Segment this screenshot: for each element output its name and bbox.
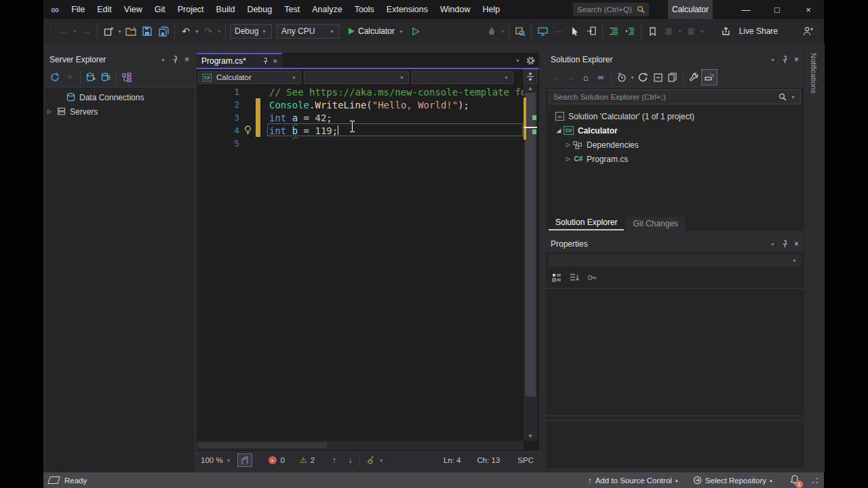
tab-solution-explorer[interactable]: Solution Explorer — [549, 216, 624, 230]
toolbar-grip[interactable]: ⋮ — [47, 27, 54, 36]
add-to-source-control-button[interactable]: ↑ Add to Source Control ▴ — [588, 476, 678, 485]
menu-build[interactable]: Build — [210, 0, 241, 19]
live-share-label[interactable]: Live Share — [739, 26, 778, 36]
close-icon[interactable]: × — [184, 55, 189, 64]
project-dropdown[interactable]: C# Calculator ▾ — [198, 71, 301, 84]
menu-test[interactable]: Test — [278, 0, 306, 19]
lightbulb-icon[interactable] — [243, 125, 252, 136]
line-indicator[interactable]: Ln: 4 — [443, 456, 461, 464]
menu-debug[interactable]: Debug — [241, 0, 278, 19]
window-position-icon[interactable]: ▾ — [770, 57, 776, 63]
pending-changes-filter-icon[interactable] — [614, 70, 629, 85]
refresh-icon[interactable] — [47, 70, 62, 85]
zoom-level[interactable]: 100 % — [201, 456, 223, 464]
expanded-chevron-icon[interactable]: ◢ — [554, 127, 564, 134]
code-cleanup-broom-icon[interactable] — [367, 455, 376, 465]
menu-help[interactable]: Help — [476, 0, 506, 19]
sql-server-object-explorer-icon[interactable] — [119, 70, 134, 85]
maximize-button[interactable]: □ — [762, 0, 793, 19]
object-selector-dropdown[interactable]: ▾ — [549, 254, 801, 266]
document-health-icon[interactable] — [237, 453, 252, 467]
show-all-files-icon[interactable] — [665, 70, 680, 85]
tree-item-program-cs[interactable]: ▷ C# Program.cs — [546, 152, 804, 166]
undo-icon[interactable]: ↶ — [178, 23, 194, 39]
split-window-handle[interactable] — [524, 69, 537, 84]
error-count[interactable]: 0 — [281, 456, 285, 464]
bookmark-icon[interactable] — [644, 23, 660, 39]
tab-program-cs[interactable]: Program.cs* × — [197, 53, 282, 68]
close-icon[interactable]: × — [794, 55, 799, 64]
menu-view[interactable]: View — [118, 0, 149, 19]
tree-item-project-calculator[interactable]: ◢ C# Calculator — [546, 123, 804, 138]
connect-to-database-icon[interactable] — [83, 70, 98, 85]
type-dropdown[interactable]: ▾ — [304, 71, 409, 84]
tab-git-changes[interactable]: Git Changes — [626, 217, 685, 230]
tree-item-servers[interactable]: ▷ Servers — [45, 104, 194, 119]
collapsed-chevron-icon[interactable]: ▷ — [564, 142, 573, 148]
collapse-all-icon[interactable] — [650, 70, 665, 85]
menu-analyze[interactable]: Analyze — [306, 0, 348, 19]
vertical-scrollbar[interactable]: ▲ ▼ — [524, 84, 537, 441]
minimize-button[interactable]: — — [730, 0, 762, 19]
notifications-tab[interactable]: Notifications — [810, 53, 818, 94]
select-repository-button[interactable]: Select Repository ▴ — [693, 476, 772, 485]
menu-extensions[interactable]: Extensions — [380, 0, 434, 19]
properties-wrench-icon[interactable] — [686, 70, 701, 85]
sync-with-active-document-icon[interactable] — [635, 70, 650, 85]
solution-configuration-dropdown[interactable]: Debug▾ — [230, 24, 272, 39]
resize-grip[interactable] — [812, 477, 818, 484]
pin-icon[interactable] — [782, 56, 788, 64]
close-button[interactable]: × — [793, 0, 824, 19]
menu-window[interactable]: Window — [434, 0, 476, 19]
tree-item-data-connections[interactable]: Data Connections — [45, 90, 194, 104]
column-indicator[interactable]: Ch: 13 — [477, 456, 500, 464]
background-tasks-icon[interactable] — [47, 476, 60, 484]
navigate-back-icon[interactable]: ← — [56, 23, 72, 39]
quick-search-input[interactable]: Search (Ctrl+Q) — [573, 3, 649, 16]
collapsed-chevron-icon[interactable]: ▷ — [564, 156, 573, 162]
property-pages-key-icon[interactable] — [584, 269, 600, 285]
open-folder-icon[interactable] — [123, 23, 139, 39]
back-icon[interactable]: ← — [549, 70, 564, 85]
previous-issue-icon[interactable]: ↑ — [332, 456, 336, 464]
solution-explorer-search-input[interactable]: Search Solution Explorer (Ctrl+;) ▾ — [549, 89, 801, 104]
cursor-select-icon[interactable] — [567, 23, 583, 39]
menu-file[interactable]: File — [65, 0, 91, 19]
tab-list-dropdown-icon[interactable]: ▾ — [515, 58, 521, 64]
switch-views-icon[interactable]: ∞ — [593, 70, 608, 85]
hot-reload-icon[interactable] — [484, 23, 500, 39]
add-user-icon[interactable] — [800, 23, 816, 39]
home-icon[interactable]: ⌂ — [578, 70, 593, 85]
new-project-icon[interactable] — [100, 23, 117, 39]
menu-tools[interactable]: Tools — [349, 0, 380, 19]
start-debugging-button[interactable]: Calculator ▾ — [345, 23, 408, 39]
pin-icon[interactable] — [262, 58, 269, 65]
attach-to-process-icon[interactable] — [583, 23, 599, 39]
tree-item-solution[interactable]: ∞ Solution 'Calculator' (1 of 1 project) — [546, 109, 804, 123]
window-position-icon[interactable]: ▾ — [160, 57, 166, 63]
task-list-icon[interactable]: ≣ — [683, 23, 699, 39]
horizontal-scrollbar[interactable] — [197, 441, 524, 450]
pin-icon[interactable] — [172, 56, 178, 64]
categorized-view-icon[interactable] — [549, 269, 565, 285]
document-options-gear-icon[interactable] — [526, 56, 535, 65]
redo-icon[interactable]: ↷ — [200, 23, 216, 39]
save-all-icon[interactable] — [155, 23, 172, 39]
next-issue-icon[interactable]: ↓ — [349, 456, 353, 464]
code-editor[interactable]: 1 // See https://aka.ms/new-console-temp… — [197, 84, 524, 441]
bookmark-list-icon[interactable]: ≣ — [660, 23, 677, 39]
alphabetical-sort-icon[interactable] — [566, 269, 583, 285]
close-tab-icon[interactable]: × — [273, 57, 277, 65]
tree-item-dependencies[interactable]: ▷ Dependencies — [546, 138, 804, 152]
indent-increase-icon[interactable] — [622, 23, 638, 39]
start-without-debugging-icon[interactable] — [408, 23, 424, 39]
scrollbar-thumb[interactable] — [525, 93, 536, 396]
find-in-files-icon[interactable] — [512, 23, 528, 39]
forward-icon[interactable]: → — [564, 70, 578, 85]
notifications-bell-button[interactable]: 1 — [790, 474, 800, 486]
close-icon[interactable]: × — [794, 239, 799, 249]
preview-selected-items-icon[interactable] — [701, 69, 717, 85]
space-mode-indicator[interactable]: SPC — [517, 456, 534, 464]
debug-target-monitor-icon[interactable] — [534, 23, 551, 39]
connect-to-server-icon[interactable] — [98, 70, 113, 85]
